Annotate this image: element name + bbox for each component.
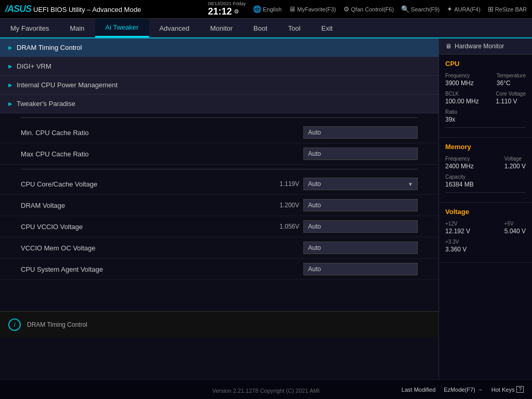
last-modified-btn[interactable]: Last Modified: [402, 387, 435, 393]
hw-v33-value: 3.360 V: [445, 246, 467, 253]
hw-cpu-bclk-label: BCLK: [445, 91, 479, 97]
cpu-vccio-value: 1.056V: [271, 223, 299, 230]
qfan-btn[interactable]: ⚙ Qfan Control(F6): [343, 5, 394, 13]
hw-volt-33-row: +3.3V 3.360 V: [445, 239, 526, 253]
nav-tool[interactable]: Tool: [278, 19, 311, 37]
globe-icon: 🌐: [253, 5, 261, 13]
nav-boot[interactable]: Boot: [243, 19, 278, 37]
cpu-system-agent-dropdown[interactable]: Auto: [303, 263, 418, 275]
expand-cpu-power[interactable]: ▶ Internal CPU Power Management: [0, 76, 438, 95]
hw-monitor-header: 🖥 Hardware Monitor: [439, 38, 532, 55]
settings-divider-top: [21, 117, 418, 118]
hw-cpu-bclk-value: 100.00 MHz: [445, 98, 479, 105]
info-bar: i DRAM Timing Control: [0, 311, 438, 337]
hw-cpu-divider: [445, 127, 526, 128]
cpu-vccio-dropdown[interactable]: Auto: [303, 220, 418, 233]
hw-mem-cap-label: Capacity: [445, 174, 474, 180]
hw-cpu-ratio-row: Ratio 39x: [445, 109, 526, 123]
ez-mode-btn[interactable]: EzMode(F7) →: [444, 387, 483, 393]
search-btn[interactable]: 🔍 Search(F9): [401, 5, 440, 13]
hw-mem-cap-group: Capacity 16384 MB: [445, 174, 474, 188]
question-icon: ?: [516, 386, 524, 393]
hw-voltage-title: Voltage: [445, 208, 526, 216]
asus-logo: /ASUS UEFI BIOS Utility – Advanced Mode: [5, 4, 141, 15]
expand-arrow-icon: ▶: [8, 45, 12, 50]
hw-mem-volt-label: Voltage: [504, 156, 526, 162]
resize-bar-btn[interactable]: ⊞ ReSize BAR: [488, 5, 527, 13]
setting-vccio-mem: VCCIO Mem OC Voltage Auto: [0, 237, 438, 259]
hw-v12-label: +12V: [445, 221, 470, 227]
vccio-mem-label: VCCIO Mem OC Voltage: [21, 244, 303, 252]
setting-min-cpu-cache: Min. CPU Cache Ratio Auto: [0, 122, 438, 143]
hw-cpu-section: CPU Frequency 3900 MHz Temperature 36°C …: [439, 55, 532, 138]
hw-v12-group: +12V 12.192 V: [445, 221, 470, 235]
min-cpu-cache-dropdown[interactable]: Auto: [303, 126, 418, 139]
hw-v5-label: +5V: [504, 221, 526, 227]
monitor-icon: 🖥: [289, 5, 296, 13]
nav-exit[interactable]: Exit: [311, 19, 343, 37]
setting-dram-voltage: DRAM Voltage 1.200V Auto: [0, 195, 438, 216]
expand-digi-vrm[interactable]: ▶ DIGI+ VRM: [0, 57, 438, 76]
hw-cpu-freq-label: Frequency: [445, 73, 474, 78]
dram-voltage-label: DRAM Voltage: [21, 202, 271, 209]
nav-ai-tweaker[interactable]: Ai Tweaker: [95, 19, 149, 37]
hw-mem-cap-row: Capacity 16384 MB: [445, 174, 526, 188]
info-text: DRAM Timing Control: [27, 321, 87, 328]
hw-cpu-cv-value: 1.110 V: [496, 98, 526, 105]
expand-tweakers-paradise[interactable]: ▶ Tweaker's Paradise: [0, 95, 438, 113]
expand-dram-timing[interactable]: ▶ DRAM Timing Control: [0, 38, 438, 57]
hw-monitor-title: Hardware Monitor: [455, 43, 504, 50]
hw-cpu-cv-group: Core Voltage 1.110 V: [496, 91, 526, 105]
hw-volt-12-5-row: +12V 12.192 V +5V 5.040 V: [445, 221, 526, 235]
main-panel: ▶ DRAM Timing Control ▶ DIGI+ VRM ▶ Inte…: [0, 38, 438, 379]
time-display: 21:12 ⚙: [208, 7, 246, 17]
nav-monitor[interactable]: Monitor: [200, 19, 243, 37]
hw-v33-label: +3.3V: [445, 239, 467, 245]
nav-bar: My Favorites Main Ai Tweaker Advanced Mo…: [0, 19, 532, 38]
cpu-core-voltage-dropdown[interactable]: Auto ▼: [303, 178, 418, 190]
hw-voltage-section: Voltage +12V 12.192 V +5V 5.040 V +3.3V …: [439, 203, 532, 263]
info-icon: i: [8, 318, 21, 331]
nav-my-favorites[interactable]: My Favorites: [0, 19, 59, 37]
expand-arrow-icon-4: ▶: [8, 101, 12, 107]
my-favorite-btn[interactable]: 🖥 MyFavorite(F3): [289, 5, 336, 13]
dram-voltage-dropdown[interactable]: Auto: [303, 199, 418, 211]
expand-arrow-icon-2: ▶: [8, 63, 12, 69]
hw-cpu-freq-value: 3900 MHz: [445, 79, 474, 87]
nav-advanced[interactable]: Advanced: [149, 19, 200, 37]
max-cpu-cache-label: Max CPU Cache Ratio: [21, 150, 303, 158]
setting-max-cpu-cache: Max CPU Cache Ratio Auto: [0, 143, 438, 165]
setting-cpu-vccio: CPU VCCIO Voltage 1.056V Auto: [0, 216, 438, 237]
hw-mem-freq-label: Frequency: [445, 156, 474, 162]
ez-mode-arrow-icon: →: [477, 387, 483, 393]
search-icon: 🔍: [401, 5, 409, 13]
hot-keys-btn[interactable]: Hot Keys ?: [491, 386, 524, 393]
header-controls: 08/13/2021 Friday 21:12 ⚙ 🌐 English 🖥 My…: [208, 2, 527, 17]
min-cpu-cache-label: Min. CPU Cache Ratio: [21, 129, 303, 137]
hw-cpu-ratio-group: Ratio 39x: [445, 109, 457, 123]
settings-icon[interactable]: ⚙: [234, 8, 239, 15]
vccio-mem-dropdown[interactable]: Auto: [303, 242, 418, 254]
hw-memory-section: Memory Frequency 2400 MHz Voltage 1.200 …: [439, 138, 532, 203]
nav-main[interactable]: Main: [59, 19, 95, 37]
version-text: Version 2.21.1278 Copyright (C) 2021 AMI: [212, 388, 320, 394]
cpu-core-voltage-label: CPU Core/Cache Voltage: [21, 180, 271, 188]
max-cpu-cache-dropdown[interactable]: Auto: [303, 148, 418, 160]
hw-mem-divider: [445, 192, 526, 193]
hw-mem-freq-volt-row: Frequency 2400 MHz Voltage 1.200 V: [445, 156, 526, 170]
content-area: ▶ DRAM Timing Control ▶ DIGI+ VRM ▶ Inte…: [0, 38, 532, 379]
aura-btn[interactable]: ✦ AURA(F4): [447, 5, 481, 13]
setting-cpu-core-voltage: CPU Core/Cache Voltage 1.119V Auto ▼: [0, 174, 438, 195]
hw-mem-cap-value: 16384 MB: [445, 181, 474, 188]
hw-v33-group: +3.3V 3.360 V: [445, 239, 467, 253]
hw-cpu-freq-group: Frequency 3900 MHz: [445, 73, 474, 87]
monitor-icon-hw: 🖥: [445, 43, 451, 50]
bios-title: UEFI BIOS Utility – Advanced Mode: [33, 6, 141, 14]
hw-v5-group: +5V 5.040 V: [504, 221, 526, 235]
datetime-display: 08/13/2021 Friday 21:12 ⚙: [208, 2, 246, 17]
hw-v5-value: 5.040 V: [504, 228, 526, 235]
settings-divider-mid: [21, 169, 418, 169]
fan-icon: ⚙: [343, 5, 350, 13]
hw-mem-volt-value: 1.200 V: [504, 163, 526, 170]
language-selector[interactable]: 🌐 English: [253, 5, 282, 13]
